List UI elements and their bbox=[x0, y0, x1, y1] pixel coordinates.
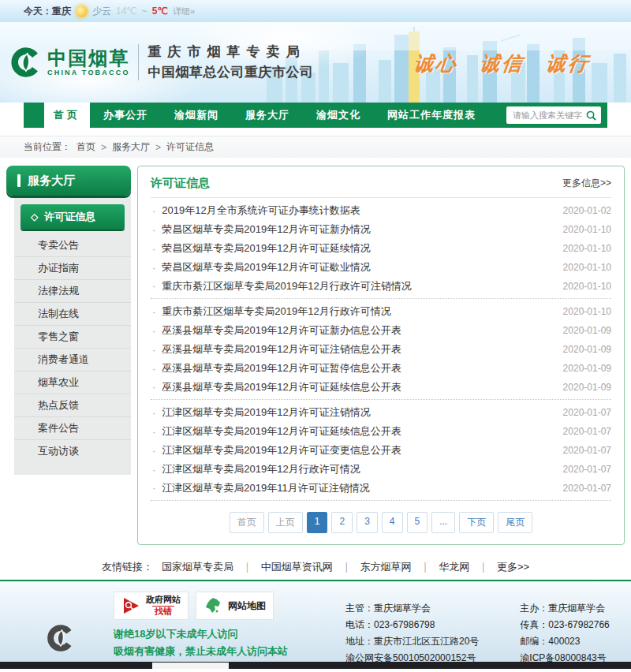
news-link[interactable]: 荣昌区烟草专卖局2019年12月许可证新办情况 bbox=[162, 222, 562, 237]
news-date: 2020-01-09 bbox=[563, 363, 611, 374]
search-input[interactable] bbox=[511, 110, 585, 121]
bottom-strip bbox=[0, 662, 631, 669]
news-link[interactable]: 重庆市綦江区烟草专卖局2019年12月行政许可情况 bbox=[162, 304, 562, 319]
footer-info-col-right: 主办：重庆烟草学会 传真：023-67982766 邮编：400023 渝ICP… bbox=[520, 600, 609, 666]
breadcrumb-current: 许可证信息 bbox=[166, 140, 214, 154]
bullet-icon: · bbox=[152, 407, 155, 419]
pagination-page-2[interactable]: 2 bbox=[331, 512, 353, 533]
pagination-page-5[interactable]: 5 bbox=[407, 512, 428, 533]
list-item: ·重庆市綦江区烟草专卖局2019年12月行政许可注销情况2020-01-10 bbox=[151, 277, 611, 299]
list-item: ·巫溪县烟草专卖局2019年12月许可证注销信息公开表2020-01-09 bbox=[151, 340, 611, 359]
news-date: 2020-01-07 bbox=[563, 407, 611, 418]
content-area: 服务大厅 ◇ 许可证信息 专卖公告 办证指南 法律法规 法制在线 零售之窗 消费… bbox=[0, 158, 631, 545]
sidebar-item-retail-window[interactable]: 零售之窗 bbox=[14, 326, 131, 349]
diamond-icon: ◇ bbox=[31, 212, 38, 222]
news-date: 2020-01-10 bbox=[563, 262, 611, 273]
site-map-badge[interactable]: 网站地图 bbox=[196, 592, 274, 620]
more-info-link[interactable]: 更多信息>> bbox=[562, 177, 611, 190]
breadcrumb-home[interactable]: 首页 bbox=[77, 140, 95, 154]
nav-item-affairs[interactable]: 办事公开 bbox=[90, 103, 161, 128]
nav-item-service-hall[interactable]: 服务大厅 bbox=[232, 103, 303, 128]
gov-website-error-report-badge[interactable]: 政府网站 找错 bbox=[114, 592, 189, 620]
news-link[interactable]: 2019年12月全市系统许可证办事统计数据表 bbox=[162, 203, 562, 218]
footer-phone: 电话：023-67986798 bbox=[345, 617, 479, 633]
list-item: ·江津区烟草专卖局2019年12月许可证延续信息公开表2020-01-07 bbox=[151, 422, 611, 441]
sidebar-item-license-info[interactable]: ◇ 许可证信息 bbox=[21, 204, 125, 230]
sidebar-item-consumer-channel[interactable]: 消费者通道 bbox=[14, 349, 131, 371]
pagination: 首页 上页 1 2 3 4 5 ... 下页 尾页 bbox=[151, 512, 611, 533]
weather-location: 今天：重庆 bbox=[24, 5, 71, 18]
news-link[interactable]: 江津区烟草专卖局2019年12月许可证注销情况 bbox=[162, 405, 562, 420]
news-date: 2020-01-10 bbox=[563, 281, 611, 292]
list-item: ·巫溪县烟草专卖局2019年12月许可证新办信息公开表2020-01-09 bbox=[151, 321, 611, 340]
logo-divider bbox=[138, 44, 139, 80]
footer-organizer: 主办：重庆烟草学会 bbox=[520, 600, 609, 617]
sidebar-item-license-guide[interactable]: 办证指南 bbox=[14, 257, 131, 280]
weather-tilde: ~ bbox=[142, 6, 147, 17]
nav-item-annual-report[interactable]: 网站工作年度报表 bbox=[374, 103, 489, 128]
breadcrumb-service-hall[interactable]: 服务大厅 bbox=[112, 140, 150, 154]
friend-link-state-bureau[interactable]: 国家烟草专卖局 bbox=[162, 560, 233, 574]
pagination-prev[interactable]: 上页 bbox=[268, 512, 303, 533]
pagination-first[interactable]: 首页 bbox=[230, 512, 264, 533]
pagination-last[interactable]: 尾页 bbox=[498, 512, 532, 533]
sidebar-item-legal-online[interactable]: 法制在线 bbox=[14, 303, 131, 326]
news-link[interactable]: 江津区烟草专卖局2019年12月许可证延续信息公开表 bbox=[162, 424, 562, 439]
list-item: ·巫溪县烟草专卖局2019年12月许可证延续信息公开表2020-01-09 bbox=[151, 378, 611, 400]
news-link[interactable]: 荣昌区烟草专卖局2019年12月许可证歇业情况 bbox=[162, 260, 562, 274]
weather-detail-link[interactable]: 详细» bbox=[173, 6, 195, 17]
sidebar-item-tobacco-agriculture[interactable]: 烟草农业 bbox=[14, 371, 131, 394]
friend-link-tobacco-info[interactable]: 中国烟草资讯网 bbox=[261, 560, 333, 574]
sidebar-item-monopoly-notice[interactable]: 专卖公告 bbox=[14, 234, 131, 257]
sidebar-item-hot-feedback[interactable]: 热点反馈 bbox=[14, 394, 131, 417]
pagination-page-3[interactable]: 3 bbox=[357, 512, 378, 533]
nav-item-news[interactable]: 渝烟新闻 bbox=[161, 103, 232, 128]
breadcrumb-label: 当前位置： bbox=[24, 140, 71, 154]
news-link[interactable]: 巫溪县烟草专卖局2019年12月许可证暂停信息公开表 bbox=[162, 361, 562, 375]
sidebar-menu: ◇ 许可证信息 专卖公告 办证指南 法律法规 法制在线 零售之窗 消费者通道 烟… bbox=[14, 192, 131, 475]
bullet-icon: · bbox=[152, 363, 155, 375]
news-link[interactable]: 江津区烟草专卖局2019年12月行政许可情况 bbox=[162, 462, 562, 476]
news-link[interactable]: 巫溪县烟草专卖局2019年12月许可证延续信息公开表 bbox=[162, 380, 562, 394]
pagination-page-1[interactable]: 1 bbox=[307, 512, 328, 533]
list-item: ·重庆市綦江区烟草专卖局2019年12月行政许可情况2020-01-10 bbox=[151, 302, 611, 321]
footer-badges: 政府网站 找错 网站地图 bbox=[114, 592, 274, 620]
banner-slogan: 诚心 诚信 诚行 bbox=[413, 50, 592, 77]
friend-link-hualong[interactable]: 华龙网 bbox=[439, 560, 469, 574]
news-date: 2020-01-10 bbox=[563, 243, 611, 254]
sidebar-item-case-notice[interactable]: 案件公告 bbox=[14, 417, 131, 440]
news-date: 2020-01-07 bbox=[563, 464, 611, 475]
page-title: 许可证信息 bbox=[151, 176, 210, 191]
news-link[interactable]: 荣昌区烟草专卖局2019年12月许可证延续情况 bbox=[162, 241, 562, 256]
weather-temp-high: 14℃ bbox=[116, 6, 137, 17]
news-link[interactable]: 江津区烟草专卖局2019年12月许可证变更信息公开表 bbox=[162, 443, 562, 457]
site-banner: 中国烟草 CHINA TOBACCO 重庆市烟草专卖局 中国烟草总公司重庆市公司… bbox=[0, 22, 631, 103]
friend-link-eastern-tobacco[interactable]: 东方烟草网 bbox=[360, 560, 411, 574]
friend-link-more[interactable]: 更多>> bbox=[497, 560, 529, 574]
footer-info-col-left: 主管：重庆烟草学会 电话：023-67986798 地址：重庆市江北区五江路20… bbox=[345, 600, 479, 666]
pagination-page-4[interactable]: 4 bbox=[382, 512, 403, 533]
sidebar-header-mark bbox=[17, 174, 21, 187]
sidebar: 服务大厅 ◇ 许可证信息 专卖公告 办证指南 法律法规 法制在线 零售之窗 消费… bbox=[6, 166, 131, 475]
news-date: 2020-01-10 bbox=[563, 224, 611, 235]
nav-item-home[interactable]: 首页 bbox=[44, 103, 90, 128]
sidebar-item-interview[interactable]: 互动访谈 bbox=[14, 440, 131, 462]
search-box bbox=[506, 106, 601, 124]
sidebar-item-laws[interactable]: 法律法规 bbox=[14, 280, 131, 303]
minor-access-notice: 谢绝18岁以下未成年人访问 bbox=[114, 625, 288, 643]
search-icon[interactable] bbox=[585, 110, 597, 121]
news-link[interactable]: 巫溪县烟草专卖局2019年12月许可证新办信息公开表 bbox=[162, 323, 562, 338]
news-link[interactable]: 江津区烟草专卖局2019年11月许可证注销情况 bbox=[162, 481, 562, 495]
bottom-strip-box bbox=[152, 663, 229, 669]
list-item: ·江津区烟草专卖局2019年11月许可证注销情况2020-01-07 bbox=[151, 479, 611, 501]
badge-site-map-label: 网站地图 bbox=[228, 599, 266, 613]
news-link[interactable]: 巫溪县烟草专卖局2019年12月许可证注销信息公开表 bbox=[162, 342, 562, 357]
list-item: ·江津区烟草专卖局2019年12月许可证变更信息公开表2020-01-07 bbox=[151, 441, 611, 460]
bullet-icon: · bbox=[152, 280, 155, 292]
nav-item-culture[interactable]: 渝烟文化 bbox=[303, 103, 374, 128]
nav-search bbox=[506, 103, 607, 128]
breadcrumb-separator: > bbox=[155, 142, 161, 153]
bullet-icon: · bbox=[152, 482, 155, 494]
news-link[interactable]: 重庆市綦江区烟草专卖局2019年12月行政许可注销情况 bbox=[162, 279, 562, 293]
pagination-next[interactable]: 下页 bbox=[459, 512, 494, 533]
